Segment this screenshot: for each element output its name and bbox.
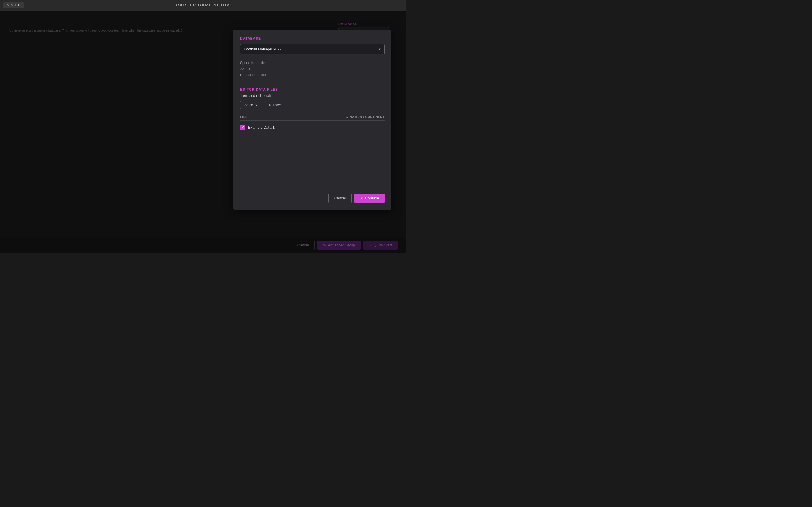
main-content: You have selected a custom database. Thi…	[0, 11, 406, 253]
modal-dropdown-wrapper: Football Manager 2022 ▼	[240, 44, 385, 54]
editor-buttons: Select All Remove All	[240, 101, 385, 109]
file-table-header: FILE ▲ NATION / CONTINENT	[240, 114, 385, 121]
page-title: CAREER GAME SETUP	[176, 3, 230, 7]
edit-button[interactable]: ✎ ✎ Edit	[3, 2, 24, 8]
edit-icon: ✎	[7, 3, 10, 7]
db-version: 22.1.0	[240, 66, 385, 72]
edit-label: ✎ Edit	[11, 3, 20, 7]
modal-db-dropdown[interactable]: Football Manager 2022	[240, 44, 385, 54]
db-company: Sports Interactive	[240, 60, 385, 66]
modal-dialog: DATABASE Football Manager 2022 ▼ Sports …	[234, 30, 391, 210]
select-all-button[interactable]: Select All	[240, 101, 262, 109]
confirm-check-icon: ✓	[360, 196, 363, 200]
col-nation: ▲ NATION / CONTINENT	[345, 115, 385, 119]
file-name: Example-Data-1	[248, 125, 274, 129]
file-checkbox[interactable]	[240, 125, 245, 130]
editor-count: 1 enabled (1 in total)	[240, 94, 385, 98]
modal-cancel-button[interactable]: Cancel	[328, 193, 352, 203]
db-type: Default database	[240, 72, 385, 78]
modal-divider	[240, 83, 385, 83]
modal-db-title: DATABASE	[240, 37, 385, 41]
modal-confirm-button[interactable]: ✓ Confirm	[354, 193, 385, 203]
col-file: FILE	[240, 115, 248, 119]
remove-all-button[interactable]: Remove All	[265, 101, 290, 109]
confirm-label: Confirm	[365, 196, 379, 200]
table-row[interactable]: Example-Data-1	[240, 123, 385, 132]
editor-section-title: EDITOR DATA FILES	[240, 88, 385, 92]
modal-footer: Cancel ✓ Confirm	[240, 189, 385, 203]
